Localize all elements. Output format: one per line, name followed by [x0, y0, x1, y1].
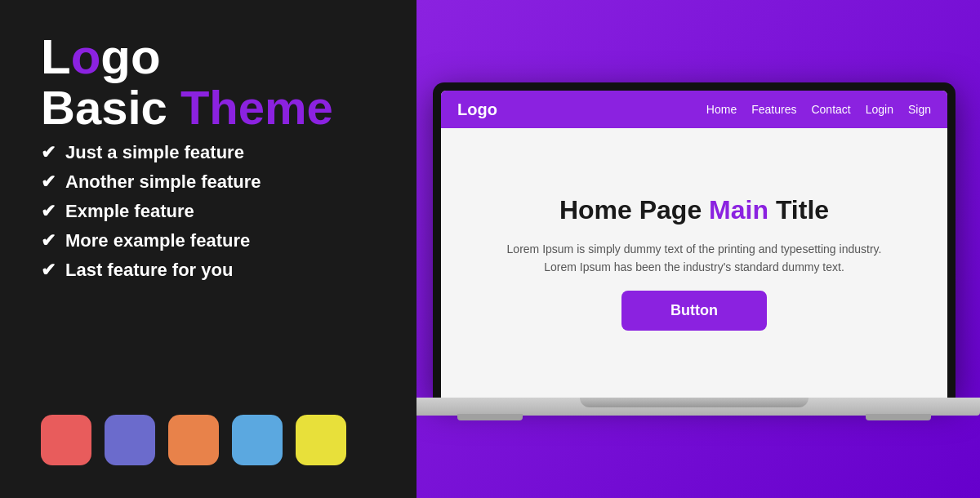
check-icon: ✔	[41, 201, 56, 222]
laptop-foot-left	[457, 414, 523, 420]
left-panel: Logo Basic Theme ✔ Just a simple feature…	[0, 0, 416, 498]
list-item: ✔ Just a simple feature	[41, 142, 376, 163]
browser-content: Home Page Main Title Lorem Ipsum is simp…	[441, 128, 947, 398]
list-item: ✔ Last feature for you	[41, 260, 376, 281]
page-title: Home Page Main Title	[559, 195, 829, 225]
laptop-mockup: Logo Home Features Contact Login Sign Ho…	[416, 82, 980, 416]
brand-title: Logo Basic Theme	[41, 33, 376, 134]
feature-label: Another simple feature	[65, 171, 261, 193]
swatch-purple[interactable]	[105, 415, 155, 465]
check-icon: ✔	[41, 171, 56, 193]
check-icon: ✔	[41, 230, 56, 251]
nav-link-features[interactable]: Features	[751, 103, 796, 116]
feature-label: More example feature	[65, 230, 250, 251]
swatch-blue[interactable]	[232, 415, 283, 465]
subtitle-highlight: Theme	[180, 81, 333, 134]
check-icon: ✔	[41, 142, 56, 163]
page-title-plain: Home Page	[559, 195, 709, 225]
feature-label: Just a simple feature	[65, 142, 244, 163]
color-swatches	[41, 415, 376, 465]
browser-navbar: Logo Home Features Contact Login Sign	[441, 91, 947, 128]
nav-link-contact[interactable]: Contact	[811, 103, 850, 116]
laptop-screen-outer: Logo Home Features Contact Login Sign Ho…	[433, 82, 956, 398]
swatch-orange[interactable]	[168, 415, 219, 465]
swatch-red[interactable]	[41, 415, 91, 465]
nav-link-signup[interactable]: Sign	[908, 103, 931, 116]
feature-label: Last feature for you	[65, 260, 233, 281]
laptop-screen-inner: Logo Home Features Contact Login Sign Ho…	[441, 91, 947, 398]
subtitle-plain: Basic	[41, 81, 180, 134]
nav-link-home[interactable]: Home	[706, 103, 737, 116]
check-icon: ✔	[41, 260, 56, 281]
logo-highlight: o	[71, 29, 101, 84]
nav-link-login[interactable]: Login	[866, 103, 893, 116]
right-panel: Logo Home Features Contact Login Sign Ho…	[416, 0, 980, 498]
cta-button[interactable]: Button	[621, 291, 767, 331]
list-item: ✔ Exmple feature	[41, 201, 376, 222]
brand-subtitle: Basic Theme	[41, 82, 376, 134]
list-item: ✔ Another simple feature	[41, 171, 376, 193]
list-item: ✔ More example feature	[41, 230, 376, 251]
page-title-end: Title	[768, 195, 829, 225]
brand-section: Logo Basic Theme ✔ Just a simple feature…	[41, 33, 376, 281]
page-description: Lorem Ipsum is simply dummy text of the …	[507, 240, 882, 277]
page-title-highlight: Main	[709, 195, 768, 225]
nav-logo: Logo	[457, 100, 497, 119]
swatch-yellow[interactable]	[296, 415, 346, 465]
laptop-base	[416, 398, 980, 416]
brand-logo: Logo	[41, 33, 376, 82]
feature-label: Exmple feature	[65, 201, 194, 222]
laptop-foot-right	[866, 414, 931, 420]
nav-links: Home Features Contact Login Sign	[706, 103, 931, 116]
features-list: ✔ Just a simple feature ✔ Another simple…	[41, 142, 376, 281]
laptop-hinge	[580, 398, 808, 407]
